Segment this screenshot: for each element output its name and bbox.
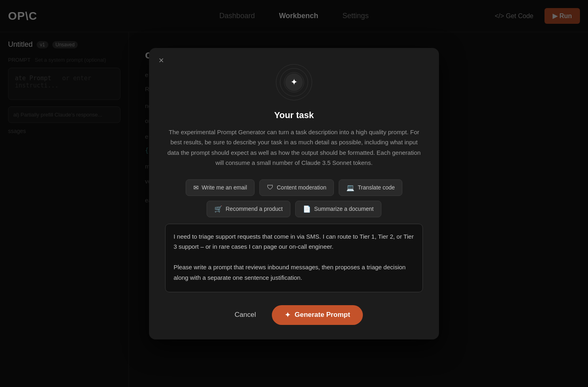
task-textarea[interactable] xyxy=(165,224,423,292)
prompt-generator-modal: × ✦ Your task The experimental Prompt Ge… xyxy=(149,48,439,339)
example-btn-summarize-label: Summarize a document xyxy=(314,206,374,212)
modal-footer: Cancel ✦ Generate Prompt xyxy=(165,305,423,325)
example-btn-email[interactable]: ✉ Write me an email xyxy=(186,179,255,196)
modal-icon: ✦ xyxy=(285,73,303,91)
shield-icon: 🛡 xyxy=(267,184,273,191)
document-icon: 📄 xyxy=(303,205,311,213)
example-btn-moderation-label: Content moderation xyxy=(277,184,326,191)
example-btn-summarize[interactable]: 📄 Summarize a document xyxy=(295,201,381,217)
generate-icon: ✦ xyxy=(285,311,290,319)
cart-icon: 🛒 xyxy=(214,205,222,213)
email-icon: ✉ xyxy=(193,184,199,191)
modal-overlay: × ✦ Your task The experimental Prompt Ge… xyxy=(0,0,588,387)
modal-title: Your task xyxy=(165,110,423,121)
generate-label: Generate Prompt xyxy=(294,311,350,319)
cancel-button[interactable]: Cancel xyxy=(225,306,266,324)
modal-close-button[interactable]: × xyxy=(159,56,164,65)
example-buttons-row-2: 🛒 Recommend a product 📄 Summarize a docu… xyxy=(165,201,423,217)
example-btn-moderation[interactable]: 🛡 Content moderation xyxy=(259,179,334,196)
example-btn-email-label: Write me an email xyxy=(202,184,247,191)
example-btn-recommend[interactable]: 🛒 Recommend a product xyxy=(207,201,290,217)
example-btn-recommend-label: Recommend a product xyxy=(226,206,283,212)
modal-icon-container: ✦ xyxy=(165,64,423,100)
modal-icon-rings: ✦ xyxy=(276,64,312,100)
example-buttons-row-1: ✉ Write me an email 🛡 Content moderation… xyxy=(165,179,423,196)
example-btn-translate[interactable]: 💻 Translate code xyxy=(339,179,402,196)
example-btn-translate-label: Translate code xyxy=(358,184,395,191)
code-icon: 💻 xyxy=(346,184,354,191)
modal-description: The experimental Prompt Generator can tu… xyxy=(165,127,423,168)
generate-prompt-button[interactable]: ✦ Generate Prompt xyxy=(272,305,363,325)
